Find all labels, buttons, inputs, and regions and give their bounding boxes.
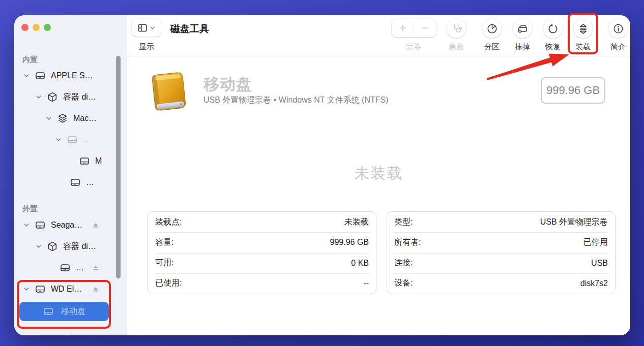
minimize-window-button[interactable] — [33, 24, 40, 31]
sidebar-item-internal-volume[interactable]: … — [14, 172, 127, 193]
show-sidebar-button[interactable] — [132, 19, 161, 37]
chevron-down-icon[interactable] — [22, 72, 31, 80]
sidebar-item-label: Seaga… — [51, 221, 82, 230]
sidebar-item-container-internal[interactable]: 容器 di… — [14, 86, 127, 108]
close-window-button[interactable] — [21, 24, 28, 31]
chevron-down-icon[interactable] — [35, 93, 43, 101]
table-row: 所有者: 已停用 — [387, 232, 615, 253]
show-button-label: 显示 — [131, 42, 162, 52]
chevron-down-icon[interactable] — [22, 221, 31, 229]
sidebar-item-label: 移动盘 — [61, 306, 85, 317]
add-volume-button[interactable] — [392, 19, 414, 37]
detail-value: -- — [363, 279, 369, 288]
external-disk-icon — [35, 284, 46, 295]
table-row: 装载点: 未装载 — [148, 212, 376, 232]
restore-button[interactable] — [543, 19, 563, 38]
chevron-down-icon[interactable] — [54, 136, 63, 144]
erase-disk-icon — [517, 23, 529, 35]
window-title: 磁盘工具 — [170, 22, 209, 36]
unmounted-status: 未装载 — [127, 163, 630, 184]
erase-button[interactable] — [513, 19, 532, 38]
erase-button-label: 抹掉 — [507, 42, 538, 52]
sidebar-item-m-volume[interactable]: M — [14, 150, 127, 172]
plus-icon — [398, 23, 408, 33]
volume-layers-icon — [57, 113, 68, 124]
restore-arrow-icon — [547, 23, 559, 35]
partition-pie-icon — [486, 23, 498, 35]
detail-label: 容量: — [155, 237, 173, 248]
sidebar-item-external-volume[interactable]: … — [14, 257, 127, 278]
first-aid-button-label: 急救 — [441, 42, 472, 52]
detail-value: disk7s2 — [580, 279, 608, 288]
volume-title: 移动盘 — [203, 74, 252, 95]
sidebar-item-container-external[interactable]: 容器 di… — [14, 236, 127, 257]
toolbar: 显示 磁盘工具 宗卷 急救 分区 — [127, 15, 630, 56]
detail-value: 未装载 — [344, 217, 369, 228]
remove-volume-button[interactable] — [414, 19, 436, 37]
external-disk-icon — [70, 177, 81, 188]
external-disk-icon — [43, 306, 54, 317]
chevron-down-icon[interactable] — [35, 242, 43, 250]
table-row: 容量: 999.96 GB — [148, 232, 376, 253]
detail-label: 类型: — [394, 217, 413, 228]
container-icon — [47, 241, 58, 252]
chevron-down-icon[interactable] — [22, 285, 31, 293]
mount-button[interactable] — [573, 19, 593, 38]
info-button[interactable] — [608, 19, 628, 38]
external-disk-icon — [67, 134, 78, 145]
external-drive-icon — [149, 72, 189, 111]
volume-add-remove-group — [392, 19, 436, 37]
detail-value: USB 外置物理宗卷 — [540, 217, 608, 228]
sidebar-item-label: 容器 di… — [63, 92, 96, 103]
detail-label: 已使用: — [155, 278, 182, 289]
sidebar-item-macintosh-hd[interactable]: Mac… — [14, 108, 127, 129]
detail-value: 999.96 GB — [330, 238, 369, 247]
sidebar-item-apple-ssd[interactable]: APPLE S… — [14, 65, 127, 86]
sidebar-item-label: … — [83, 135, 91, 144]
detail-label: 连接: — [394, 258, 413, 268]
chevron-down-icon[interactable] — [45, 114, 53, 122]
details-table-right: 类型: USB 外置物理宗卷 所有者: 已停用 连接: USB 设备: disk… — [387, 211, 616, 294]
detail-label: 所有者: — [394, 237, 421, 248]
disk-utility-window: 内置 APPLE S… 容器 di… Mac… … — [14, 15, 630, 335]
mount-button-label: 装载 — [568, 42, 598, 52]
table-row: 设备: disk7s2 — [387, 273, 615, 294]
sidebar-item-label: APPLE S… — [51, 71, 93, 80]
device-tree: 内置 APPLE S… 容器 di… Mac… … — [14, 54, 127, 321]
zoom-window-button[interactable] — [44, 24, 51, 31]
volume-detail-pane: 移动盘 USB 外置物理宗卷 • Windows NT 文件系统 (NTFS) … — [127, 56, 630, 335]
sidebar-item-label: Mac… — [73, 114, 97, 123]
sidebar-scrollbar[interactable] — [116, 56, 121, 278]
volume-subtitle: USB 外置物理宗卷 • Windows NT 文件系统 (NTFS) — [203, 95, 389, 106]
sidebar-item-label: WD El… — [51, 285, 82, 294]
volume-button-label: 宗卷 — [398, 42, 429, 52]
sidebar-item-removable-disk-selected[interactable]: 移动盘 — [19, 302, 109, 321]
table-row: 已使用: -- — [148, 273, 376, 294]
eject-icon[interactable] — [91, 285, 100, 294]
detail-value: 已停用 — [583, 237, 608, 248]
sidebar-item-seagate[interactable]: Seaga… — [14, 214, 127, 236]
eject-icon[interactable] — [91, 221, 100, 230]
table-row: 可用: 0 KB — [148, 253, 376, 273]
mount-icon — [577, 23, 589, 35]
partition-button-label: 分区 — [477, 42, 507, 52]
eject-icon[interactable] — [91, 263, 100, 272]
sidebar-item-dimmed-volume[interactable]: … — [14, 129, 127, 150]
sidebar-toggle-icon — [137, 22, 148, 34]
detail-value: 0 KB — [351, 259, 369, 268]
external-disk-icon — [79, 155, 90, 167]
minus-icon — [420, 23, 430, 33]
detail-label: 装载点: — [155, 217, 182, 228]
window-controls — [21, 24, 51, 31]
sidebar-item-wd-elements[interactable]: WD El… — [14, 278, 127, 300]
external-disk-icon — [60, 262, 71, 273]
table-row: 类型: USB 外置物理宗卷 — [387, 212, 615, 232]
detail-value: USB — [591, 259, 608, 268]
restore-button-label: 恢复 — [538, 42, 568, 52]
details-table-left: 装载点: 未装载 容量: 999.96 GB 可用: 0 KB 已使用: -- — [148, 211, 376, 294]
partition-button[interactable] — [482, 19, 502, 38]
sidebar-item-label: M — [95, 156, 102, 166]
first-aid-button[interactable] — [447, 19, 466, 38]
capacity-badge: 999.96 GB — [541, 77, 605, 104]
table-row: 连接: USB — [387, 253, 615, 273]
